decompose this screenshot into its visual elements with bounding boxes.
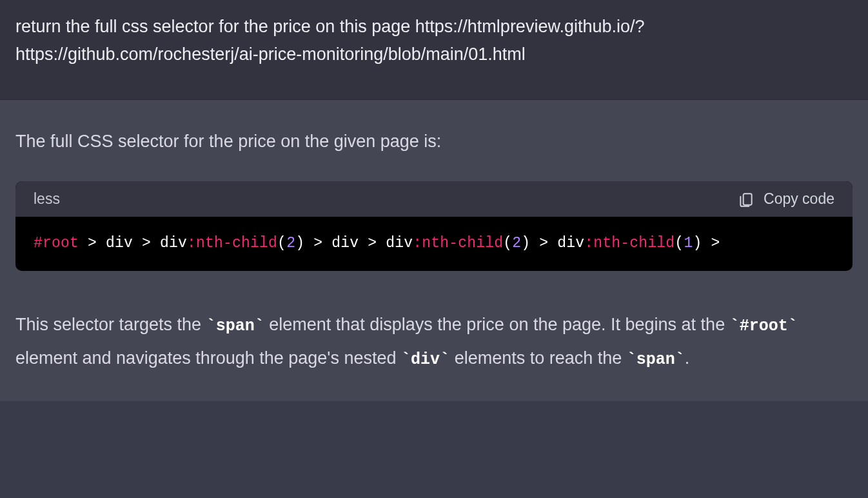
- code-token: (: [277, 235, 286, 252]
- code-header: less Copy code: [15, 181, 853, 217]
- code-token: 2: [286, 235, 295, 252]
- inline-code: span: [636, 350, 675, 369]
- inline-code: `: [788, 317, 798, 335]
- inline-code: `: [730, 317, 740, 335]
- user-message-text: return the full css selector for the pri…: [15, 13, 853, 68]
- code-token: div: [160, 235, 187, 252]
- explain-text: element that displays the price on the p…: [264, 315, 730, 334]
- code-token: 1: [684, 235, 693, 252]
- inline-code: `: [627, 350, 636, 369]
- clipboard-icon: [738, 191, 755, 208]
- inline-code: `#root`: [730, 317, 798, 335]
- code-token: div: [557, 235, 584, 252]
- inline-code: `: [255, 317, 264, 335]
- code-token: >: [702, 235, 720, 252]
- inline-code: `: [206, 317, 216, 335]
- code-token: >: [530, 235, 557, 252]
- inline-code: `span`: [206, 317, 264, 335]
- code-token: :nth-child: [413, 235, 503, 252]
- svg-rect-0: [744, 194, 752, 204]
- code-token: ): [295, 235, 304, 252]
- explain-text: element and navigates through the page's…: [15, 348, 401, 368]
- code-token: (: [675, 235, 684, 252]
- code-token: (: [503, 235, 512, 252]
- code-token: >: [304, 235, 331, 252]
- code-token: div: [386, 235, 413, 252]
- inline-code: `: [440, 350, 449, 369]
- assistant-message: The full CSS selector for the price on t…: [0, 100, 868, 401]
- assistant-explanation: This selector targets the `span` element…: [15, 308, 853, 375]
- inline-code: `: [401, 350, 411, 369]
- inline-code: `span`: [627, 350, 685, 369]
- inline-code: `: [675, 350, 685, 369]
- copy-code-button[interactable]: Copy code: [738, 190, 834, 208]
- code-token: :nth-child: [187, 235, 277, 252]
- code-token: ): [693, 235, 702, 252]
- code-token: ): [521, 235, 530, 252]
- inline-code: `div`: [401, 350, 449, 369]
- explain-text: This selector targets the: [15, 315, 206, 334]
- code-content[interactable]: #root > div > div:nth-child(2) > div > d…: [15, 217, 853, 271]
- code-token: >: [359, 235, 386, 252]
- user-message: return the full css selector for the pri…: [0, 0, 868, 100]
- code-token: div: [106, 235, 133, 252]
- code-token: div: [331, 235, 359, 252]
- explain-text: .: [685, 348, 690, 368]
- code-block: less Copy code #root > div > div:nth-chi…: [15, 181, 853, 271]
- assistant-intro: The full CSS selector for the price on t…: [15, 128, 853, 155]
- inline-code: #root: [740, 317, 788, 335]
- code-token: 2: [512, 235, 521, 252]
- code-token: >: [133, 235, 160, 252]
- inline-code: div: [411, 350, 440, 369]
- code-token: >: [79, 235, 106, 252]
- explain-text: elements to reach the: [449, 348, 627, 368]
- code-token: #root: [34, 235, 79, 252]
- inline-code: span: [216, 317, 255, 335]
- code-language-label: less: [34, 190, 60, 208]
- code-token: :nth-child: [584, 235, 675, 252]
- copy-code-label: Copy code: [764, 190, 834, 208]
